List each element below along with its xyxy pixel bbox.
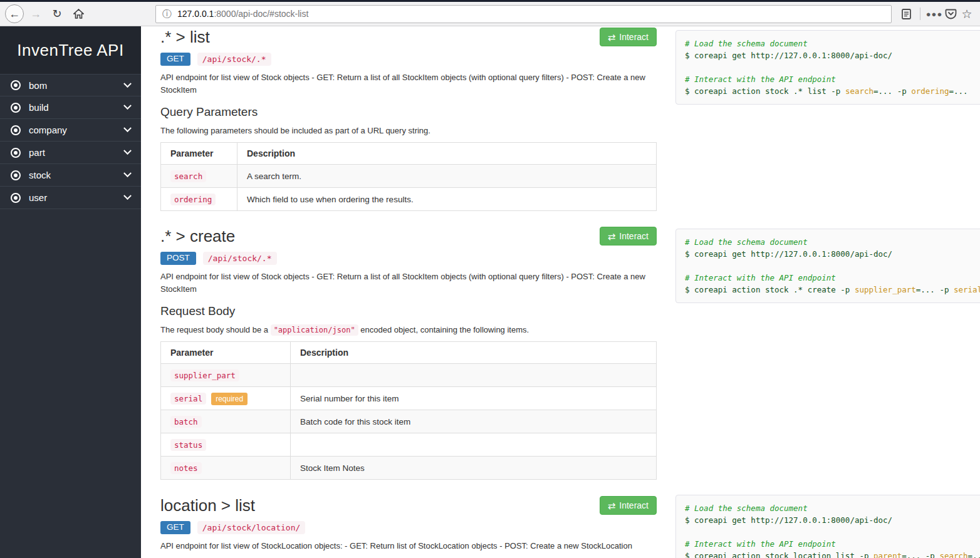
star-icon: ☆ bbox=[961, 7, 972, 21]
record-icon bbox=[11, 170, 21, 180]
table-row: serialrequired Serial number for this it… bbox=[161, 387, 657, 410]
section-location-list: location > list ⇄ Interact GET /api/stoc… bbox=[160, 496, 657, 552]
url-path: :8000/api-doc/#stock-list bbox=[214, 9, 308, 19]
ellipsis-icon: ●●● bbox=[926, 9, 943, 19]
param-description bbox=[291, 364, 657, 387]
param-name: serial bbox=[170, 393, 206, 405]
swap-arrows-icon: ⇄ bbox=[608, 501, 616, 510]
table-row: ordering Which field to use when orderin… bbox=[161, 188, 657, 211]
param-description: Stock Item Notes bbox=[291, 457, 657, 480]
chevron-down-icon bbox=[123, 147, 132, 155]
interact-label: Interact bbox=[619, 500, 649, 510]
param-description bbox=[291, 433, 657, 457]
code-snippet-stock-create: # Load the schema document$ coreapi get … bbox=[675, 229, 980, 303]
app-title: InvenTree API bbox=[0, 26, 141, 74]
chevron-down-icon bbox=[123, 124, 132, 132]
method-badge: GET bbox=[160, 53, 190, 66]
param-description: Which field to use when ordering the res… bbox=[237, 188, 657, 211]
swap-arrows-icon: ⇄ bbox=[608, 232, 616, 241]
record-icon bbox=[11, 80, 21, 90]
back-button[interactable]: ← bbox=[5, 4, 24, 23]
reload-icon: ↻ bbox=[52, 7, 61, 21]
reload-button[interactable]: ↻ bbox=[48, 4, 66, 23]
reader-mode-button[interactable] bbox=[898, 6, 914, 22]
chevron-down-icon bbox=[123, 169, 132, 177]
param-name: ordering bbox=[170, 194, 216, 205]
bookmark-button[interactable]: ☆ bbox=[959, 6, 975, 22]
sidebar-item-stock[interactable]: stock bbox=[0, 164, 141, 187]
record-icon bbox=[11, 148, 21, 158]
swap-arrows-icon: ⇄ bbox=[608, 33, 616, 42]
section-title: .* > create bbox=[160, 227, 657, 245]
sidebar-item-label: user bbox=[29, 192, 47, 203]
sidebar-item-label: part bbox=[29, 147, 45, 158]
table-row: notes Stock Item Notes bbox=[161, 457, 657, 480]
column-header-description: Description bbox=[237, 143, 657, 165]
sidebar-item-label: build bbox=[29, 102, 49, 113]
sidebar: InvenTree API bom build company part sto… bbox=[0, 26, 141, 558]
param-name: supplier_part bbox=[170, 369, 239, 381]
endpoint-path: /api/stock/.* bbox=[203, 252, 277, 265]
endpoint-description: API endpoint for list view of Stock obje… bbox=[160, 271, 657, 296]
query-parameters-note: The following parameters should be inclu… bbox=[160, 126, 657, 135]
param-description: Batch code for this stock item bbox=[291, 410, 657, 433]
param-description: Serial number for this item bbox=[291, 387, 657, 410]
sidebar-item-label: company bbox=[29, 125, 67, 135]
sidebar-item-label: bom bbox=[29, 80, 47, 91]
endpoint-description: API endpoint for list view of Stock obje… bbox=[160, 71, 657, 96]
chevron-down-icon bbox=[123, 192, 132, 200]
site-info-icon[interactable]: ⓘ bbox=[162, 8, 172, 20]
url-bar[interactable]: ⓘ 127.0.0.1:8000/api-doc/#stock-list bbox=[155, 5, 892, 23]
sidebar-item-part[interactable]: part bbox=[0, 142, 141, 164]
code-snippet-stock-list: # Load the schema document$ coreapi get … bbox=[675, 30, 980, 105]
required-badge: required bbox=[211, 393, 248, 405]
query-parameters-table: Parameter Description search A search te… bbox=[160, 142, 657, 211]
note-text: The request body should be a bbox=[160, 325, 271, 334]
sidebar-nav: bom build company part stock user bbox=[0, 74, 141, 209]
sidebar-item-label: stock bbox=[29, 170, 51, 180]
content-type-code: "application/json" bbox=[271, 324, 358, 336]
query-parameters-heading: Query Parameters bbox=[160, 105, 657, 119]
page-actions-button[interactable]: ●●● bbox=[926, 6, 942, 22]
table-row: batch Batch code for this stock item bbox=[161, 410, 657, 433]
method-badge: POST bbox=[160, 252, 196, 265]
method-badge: GET bbox=[160, 521, 190, 534]
sidebar-item-build[interactable]: build bbox=[0, 96, 141, 119]
column-header-parameter: Parameter bbox=[161, 143, 237, 165]
table-row: supplier_part bbox=[161, 364, 657, 387]
interact-button[interactable]: ⇄ Interact bbox=[600, 496, 657, 515]
section-title: location > list bbox=[160, 496, 657, 515]
request-body-table: Parameter Description supplier_part seri… bbox=[160, 341, 657, 480]
param-name: notes bbox=[170, 462, 202, 474]
pocket-button[interactable] bbox=[942, 6, 959, 22]
record-icon bbox=[11, 125, 21, 135]
interact-label: Interact bbox=[619, 231, 649, 241]
column-header-description: Description bbox=[291, 342, 657, 364]
param-description: A search term. bbox=[237, 165, 657, 188]
toolbar-separator bbox=[920, 8, 920, 20]
interact-button[interactable]: ⇄ Interact bbox=[600, 227, 657, 245]
back-arrow-icon: ← bbox=[9, 8, 20, 21]
param-name: status bbox=[170, 439, 206, 451]
home-button[interactable] bbox=[69, 4, 88, 23]
record-icon bbox=[11, 193, 21, 203]
interact-button[interactable]: ⇄ Interact bbox=[600, 28, 657, 46]
param-name: batch bbox=[170, 416, 202, 428]
home-icon bbox=[73, 9, 84, 19]
endpoint-path: /api/stock/location/ bbox=[197, 521, 306, 534]
param-name: search bbox=[170, 170, 206, 182]
sidebar-item-bom[interactable]: bom bbox=[0, 74, 141, 96]
interact-label: Interact bbox=[619, 32, 649, 42]
section-title: .* > list bbox=[160, 28, 657, 46]
sidebar-item-user[interactable]: user bbox=[0, 187, 141, 209]
column-header-parameter: Parameter bbox=[161, 342, 291, 364]
section-stock-list: .* > list ⇄ Interact GET /api/stock/.* A… bbox=[160, 28, 657, 211]
browser-chrome: ← → ↻ ⓘ 127.0.0.1:8000/api-doc/#stock-li… bbox=[0, 0, 980, 26]
code-snippet-location-list: # Load the schema document$ coreapi get … bbox=[675, 495, 980, 558]
url-host: 127.0.0.1 bbox=[177, 9, 214, 19]
record-icon bbox=[11, 103, 21, 113]
request-body-note: The request body should be a "applicatio… bbox=[160, 325, 657, 334]
sidebar-item-company[interactable]: company bbox=[0, 119, 141, 142]
forward-button[interactable]: → bbox=[26, 4, 45, 23]
endpoint-description: API endpoint for list view of StockLocat… bbox=[160, 540, 657, 552]
